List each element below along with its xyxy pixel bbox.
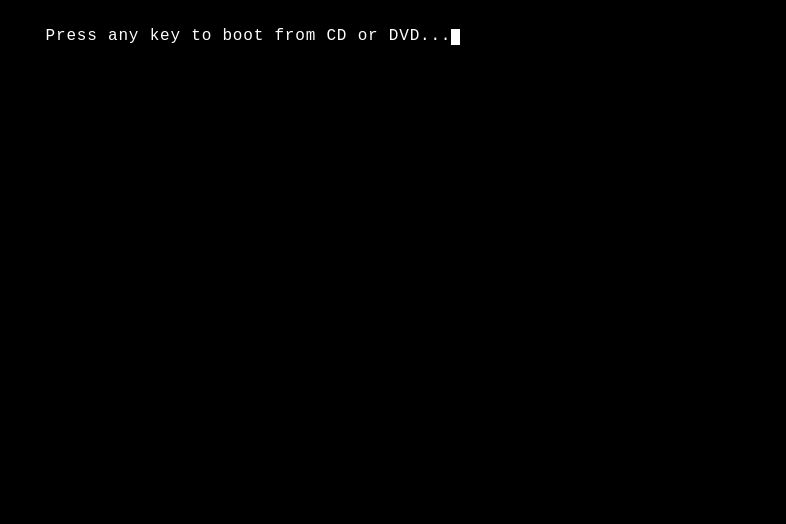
boot-screen: Press any key to boot from CD or DVD... bbox=[0, 0, 786, 524]
cursor-blink bbox=[451, 29, 460, 45]
boot-message-text: Press any key to boot from CD or DVD... bbox=[46, 27, 452, 45]
boot-message: Press any key to boot from CD or DVD... bbox=[4, 8, 460, 66]
